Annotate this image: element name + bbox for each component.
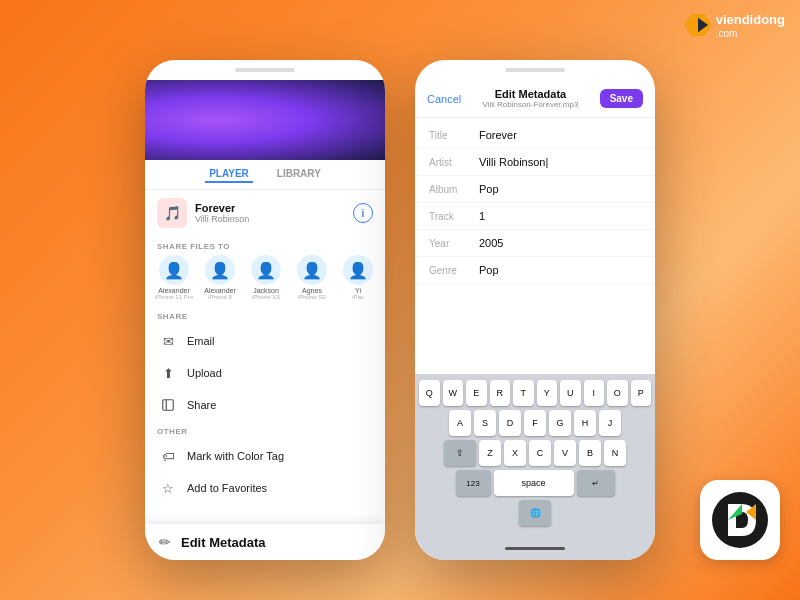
share-person-4[interactable]: 👤 Agnes iPhone SE <box>291 255 333 300</box>
key-v[interactable]: V <box>554 440 576 466</box>
save-button[interactable]: Save <box>600 89 643 108</box>
person-device-2: iPhone 8 <box>208 294 232 300</box>
avatar-3: 👤 <box>251 255 281 285</box>
menu-item-color-tag[interactable]: 🏷 Mark with Color Tag <box>145 440 385 472</box>
info-button[interactable]: i <box>353 203 373 223</box>
brand-name: viendidong <box>716 12 785 27</box>
key-n[interactable]: N <box>604 440 626 466</box>
person-device-5: iPac <box>352 294 364 300</box>
filename-subtitle: Villi Robinson-Forever.mp3 <box>482 100 578 109</box>
left-phone: PLAYER LIBRARY 🎵 Forever Villi Robinson … <box>145 60 385 560</box>
edit-metadata-label: Edit Metadata <box>181 535 266 550</box>
svg-point-3 <box>712 492 768 548</box>
music-icon: 🎵 <box>157 198 187 228</box>
brand-domain: .com <box>716 28 785 39</box>
key-shift[interactable]: ⇧ <box>444 440 476 466</box>
share-section-label: SHARE <box>145 306 385 325</box>
menu-item-favorites[interactable]: ☆ Add to Favorites <box>145 472 385 504</box>
key-p[interactable]: P <box>631 380 652 406</box>
home-indicator <box>505 547 565 550</box>
person-device-1: iPhone 11 Pro <box>155 294 193 300</box>
key-b[interactable]: B <box>579 440 601 466</box>
person-name-5: Yi <box>355 287 361 294</box>
key-r[interactable]: R <box>490 380 511 406</box>
tab-player[interactable]: PLAYER <box>205 166 253 183</box>
share-people-row: 👤 Alexander iPhone 11 Pro 👤 Alexander iP… <box>145 255 385 306</box>
cancel-button[interactable]: Cancel <box>427 93 461 105</box>
key-z[interactable]: Z <box>479 440 501 466</box>
key-u[interactable]: U <box>560 380 581 406</box>
title-value[interactable]: Forever <box>479 129 517 141</box>
share-icon <box>159 396 177 414</box>
phones-container: PLAYER LIBRARY 🎵 Forever Villi Robinson … <box>145 60 655 560</box>
share-person-3[interactable]: 👤 Jackson iPhone XS <box>245 255 287 300</box>
share-person-5[interactable]: 👤 Yi iPac <box>337 255 379 300</box>
genre-label: Genre <box>429 265 479 276</box>
artist-value[interactable]: Villi Robinson| <box>479 156 548 168</box>
key-t[interactable]: T <box>513 380 534 406</box>
key-c[interactable]: C <box>529 440 551 466</box>
keyboard-row-4: 123 space ↵ <box>419 470 651 496</box>
key-j[interactable]: J <box>599 410 621 436</box>
key-emoji[interactable]: 🌐 <box>519 500 551 526</box>
now-playing-bar: 🎵 Forever Villi Robinson i <box>145 190 385 236</box>
email-icon: ✉ <box>159 332 177 350</box>
field-year: Year 2005 <box>415 230 655 257</box>
menu-item-share[interactable]: Share <box>145 389 385 421</box>
key-g[interactable]: G <box>549 410 571 436</box>
upload-label: Upload <box>187 367 222 379</box>
year-value[interactable]: 2005 <box>479 237 503 249</box>
key-x[interactable]: X <box>504 440 526 466</box>
key-a[interactable]: A <box>449 410 471 436</box>
key-i[interactable]: I <box>584 380 605 406</box>
key-q[interactable]: Q <box>419 380 440 406</box>
key-f[interactable]: F <box>524 410 546 436</box>
key-s[interactable]: S <box>474 410 496 436</box>
favorites-icon: ☆ <box>159 479 177 497</box>
keyboard: Q W E R T Y U I O P A S D F G H J <box>415 374 655 536</box>
key-d[interactable]: D <box>499 410 521 436</box>
key-y[interactable]: Y <box>537 380 558 406</box>
key-return[interactable]: ↵ <box>577 470 615 496</box>
keyboard-row-1: Q W E R T Y U I O P <box>419 380 651 406</box>
album-art-gradient <box>145 80 385 160</box>
key-numbers[interactable]: 123 <box>456 470 491 496</box>
track-info: Forever Villi Robinson <box>195 202 345 224</box>
avatar-1: 👤 <box>159 255 189 285</box>
album-value[interactable]: Pop <box>479 183 499 195</box>
avatar-5: 👤 <box>343 255 373 285</box>
share-person-2[interactable]: 👤 Alexander iPhone 8 <box>199 255 241 300</box>
track-value[interactable]: 1 <box>479 210 485 222</box>
track-artist: Villi Robinson <box>195 214 345 224</box>
tab-library[interactable]: LIBRARY <box>273 166 325 183</box>
app-logo-svg <box>710 490 770 550</box>
track-title: Forever <box>195 202 345 214</box>
artist-label: Artist <box>429 157 479 168</box>
key-e[interactable]: E <box>466 380 487 406</box>
color-tag-label: Mark with Color Tag <box>187 450 284 462</box>
menu-item-upload[interactable]: ⬆ Upload <box>145 357 385 389</box>
title-label: Title <box>429 130 479 141</box>
genre-value[interactable]: Pop <box>479 264 499 276</box>
key-h[interactable]: H <box>574 410 596 436</box>
share-files-label: SHARE FILES TO <box>145 236 385 255</box>
edit-metadata-bar[interactable]: ✏ Edit Metadata <box>145 524 385 560</box>
phone-notch <box>235 68 295 72</box>
brand-logo: viendidong .com <box>684 10 785 39</box>
share-person-1[interactable]: 👤 Alexander iPhone 11 Pro <box>153 255 195 300</box>
key-w[interactable]: W <box>443 380 464 406</box>
key-space[interactable]: space <box>494 470 574 496</box>
field-genre: Genre Pop <box>415 257 655 284</box>
edit-metadata-title: Edit Metadata <box>482 88 578 100</box>
year-label: Year <box>429 238 479 249</box>
upload-icon: ⬆ <box>159 364 177 382</box>
color-tag-icon: 🏷 <box>159 447 177 465</box>
field-title: Title Forever <box>415 122 655 149</box>
header-center: Edit Metadata Villi Robinson-Forever.mp3 <box>482 88 578 109</box>
favorites-label: Add to Favorites <box>187 482 267 494</box>
person-name-4: Agnes <box>302 287 322 294</box>
field-album: Album Pop <box>415 176 655 203</box>
menu-item-email[interactable]: ✉ Email <box>145 325 385 357</box>
key-o[interactable]: O <box>607 380 628 406</box>
metadata-header: Cancel Edit Metadata Villi Robinson-Fore… <box>415 80 655 118</box>
